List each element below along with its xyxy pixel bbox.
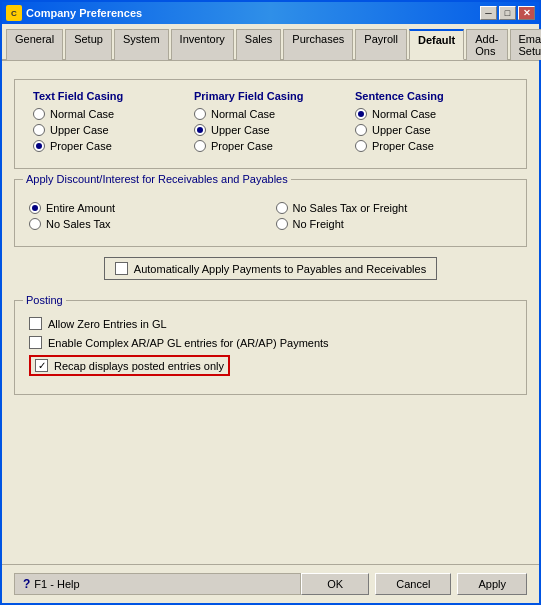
auto-apply-checkbox[interactable] xyxy=(115,262,128,275)
sentence-proper-case-option[interactable]: Proper Case xyxy=(355,140,508,152)
sentence-proper-case-radio[interactable] xyxy=(355,140,367,152)
primary-upper-case-radio[interactable] xyxy=(194,124,206,136)
casing-row: Text Field Casing Normal Case Upper Case… xyxy=(29,90,512,156)
maximize-button[interactable]: □ xyxy=(499,6,516,20)
discount-group-title: Apply Discount/Interest for Receivables … xyxy=(23,173,291,185)
tab-default[interactable]: Default xyxy=(409,29,464,60)
no-freight-label: No Freight xyxy=(293,218,344,230)
no-sales-tax-freight-label: No Sales Tax or Freight xyxy=(293,202,408,214)
auto-apply-label: Automatically Apply Payments to Payables… xyxy=(134,263,426,275)
sentence-upper-case-option[interactable]: Upper Case xyxy=(355,124,508,136)
allow-zero-entries-row[interactable]: Allow Zero Entries in GL xyxy=(29,317,512,330)
footer-left: ? F1 - Help xyxy=(14,573,301,595)
recap-highlighted-wrapper: Recap displays posted entries only xyxy=(29,355,230,376)
text-proper-case-radio[interactable] xyxy=(33,140,45,152)
auto-apply-button[interactable]: Automatically Apply Payments to Payables… xyxy=(104,257,437,280)
primary-field-casing-title: Primary Field Casing xyxy=(194,90,347,102)
title-bar: C Company Preferences ─ □ ✕ xyxy=(2,2,539,24)
sentence-upper-case-radio[interactable] xyxy=(355,124,367,136)
no-sales-tax-radio[interactable] xyxy=(29,218,41,230)
entire-amount-radio[interactable] xyxy=(29,202,41,214)
sentence-casing-group: Sentence Casing Normal Case Upper Case P… xyxy=(351,90,512,156)
help-label: F1 - Help xyxy=(34,578,79,590)
help-button[interactable]: ? F1 - Help xyxy=(14,573,301,595)
text-proper-case-label: Proper Case xyxy=(50,140,112,152)
minimize-button[interactable]: ─ xyxy=(480,6,497,20)
sentence-normal-case-option[interactable]: Normal Case xyxy=(355,108,508,120)
sentence-casing-title: Sentence Casing xyxy=(355,90,508,102)
help-icon: ? xyxy=(23,577,30,591)
tab-sales[interactable]: Sales xyxy=(236,29,282,60)
text-normal-case-label: Normal Case xyxy=(50,108,114,120)
primary-upper-case-label: Upper Case xyxy=(211,124,270,136)
enable-complex-arap-label: Enable Complex AR/AP GL entries for (AR/… xyxy=(48,337,329,349)
tab-bar: General Setup System Inventory Sales Pur… xyxy=(2,24,539,61)
sentence-normal-case-label: Normal Case xyxy=(372,108,436,120)
footer: ? F1 - Help OK Cancel Apply xyxy=(2,564,539,603)
close-button[interactable]: ✕ xyxy=(518,6,535,20)
tab-payroll[interactable]: Payroll xyxy=(355,29,407,60)
no-sales-tax-freight-option[interactable]: No Sales Tax or Freight xyxy=(276,202,513,214)
no-sales-tax-label: No Sales Tax xyxy=(46,218,111,230)
primary-normal-case-radio[interactable] xyxy=(194,108,206,120)
text-field-casing-group: Text Field Casing Normal Case Upper Case… xyxy=(29,90,190,156)
primary-proper-case-option[interactable]: Proper Case xyxy=(194,140,347,152)
tab-addons[interactable]: Add-Ons xyxy=(466,29,507,60)
text-normal-case-radio[interactable] xyxy=(33,108,45,120)
casing-group-box: Text Field Casing Normal Case Upper Case… xyxy=(14,79,527,169)
recap-displays-row[interactable]: Recap displays posted entries only xyxy=(29,355,512,376)
discount-left-col: Entire Amount No Sales Tax xyxy=(29,202,266,234)
text-upper-case-radio[interactable] xyxy=(33,124,45,136)
sentence-normal-case-radio[interactable] xyxy=(355,108,367,120)
discount-row: Entire Amount No Sales Tax No Sales Tax … xyxy=(29,202,512,234)
primary-upper-case-option[interactable]: Upper Case xyxy=(194,124,347,136)
text-proper-case-option[interactable]: Proper Case xyxy=(33,140,186,152)
recap-displays-label: Recap displays posted entries only xyxy=(54,360,224,372)
text-field-casing-title: Text Field Casing xyxy=(33,90,186,102)
primary-proper-case-label: Proper Case xyxy=(211,140,273,152)
tab-setup[interactable]: Setup xyxy=(65,29,112,60)
no-sales-tax-freight-radio[interactable] xyxy=(276,202,288,214)
primary-normal-case-label: Normal Case xyxy=(211,108,275,120)
discount-right-col: No Sales Tax or Freight No Freight xyxy=(276,202,513,234)
text-upper-case-option[interactable]: Upper Case xyxy=(33,124,186,136)
footer-right: OK Cancel Apply xyxy=(301,573,527,595)
posting-group-box: Posting Allow Zero Entries in GL Enable … xyxy=(14,300,527,395)
window-title: Company Preferences xyxy=(26,7,480,19)
recap-displays-checkbox[interactable] xyxy=(35,359,48,372)
text-upper-case-label: Upper Case xyxy=(50,124,109,136)
apply-button[interactable]: Apply xyxy=(457,573,527,595)
allow-zero-entries-label: Allow Zero Entries in GL xyxy=(48,318,167,330)
window-icon: C xyxy=(6,5,22,21)
sentence-upper-case-label: Upper Case xyxy=(372,124,431,136)
title-buttons: ─ □ ✕ xyxy=(480,6,535,20)
no-freight-radio[interactable] xyxy=(276,218,288,230)
entire-amount-option[interactable]: Entire Amount xyxy=(29,202,266,214)
primary-normal-case-option[interactable]: Normal Case xyxy=(194,108,347,120)
cancel-button[interactable]: Cancel xyxy=(375,573,451,595)
primary-field-casing-group: Primary Field Casing Normal Case Upper C… xyxy=(190,90,351,156)
no-sales-tax-option[interactable]: No Sales Tax xyxy=(29,218,266,230)
no-freight-option[interactable]: No Freight xyxy=(276,218,513,230)
main-window: C Company Preferences ─ □ ✕ General Setu… xyxy=(0,0,541,605)
posting-group-title: Posting xyxy=(23,294,66,306)
primary-proper-case-radio[interactable] xyxy=(194,140,206,152)
text-normal-case-option[interactable]: Normal Case xyxy=(33,108,186,120)
sentence-proper-case-label: Proper Case xyxy=(372,140,434,152)
tab-emailsetup[interactable]: Email Setup xyxy=(510,29,542,60)
tab-system[interactable]: System xyxy=(114,29,169,60)
entire-amount-label: Entire Amount xyxy=(46,202,115,214)
allow-zero-entries-checkbox[interactable] xyxy=(29,317,42,330)
tab-purchases[interactable]: Purchases xyxy=(283,29,353,60)
discount-group-box: Apply Discount/Interest for Receivables … xyxy=(14,179,527,247)
enable-complex-arap-checkbox[interactable] xyxy=(29,336,42,349)
content-area: Text Field Casing Normal Case Upper Case… xyxy=(2,61,539,564)
enable-complex-arap-row[interactable]: Enable Complex AR/AP GL entries for (AR/… xyxy=(29,336,512,349)
auto-apply-wrapper: Automatically Apply Payments to Payables… xyxy=(14,257,527,290)
ok-button[interactable]: OK xyxy=(301,573,369,595)
tab-general[interactable]: General xyxy=(6,29,63,60)
tab-inventory[interactable]: Inventory xyxy=(171,29,234,60)
